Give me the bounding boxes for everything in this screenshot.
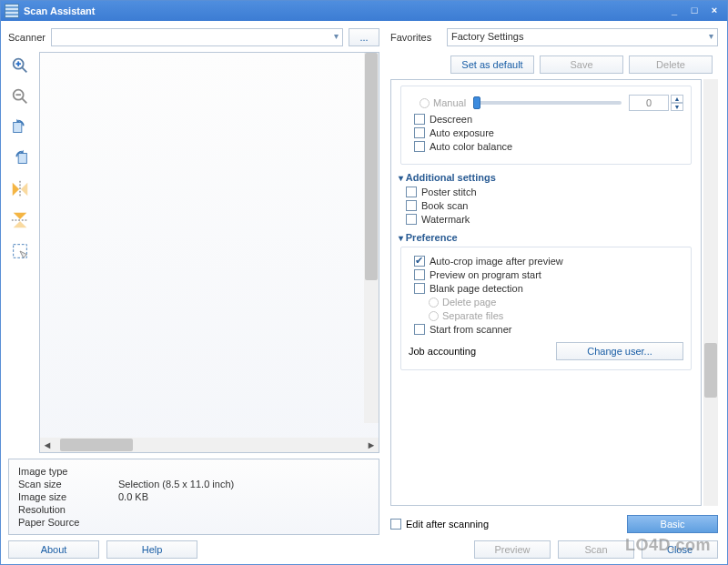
descreen-checkbox[interactable] (414, 114, 425, 125)
scan-info-panel: Image type Scan sizeSelection (8.5 x 11.… (8, 459, 379, 535)
scanner-combobox[interactable] (51, 28, 343, 46)
book-scan-checkbox[interactable] (406, 200, 417, 211)
save-button[interactable]: Save (540, 55, 623, 74)
app-window: Scan Assistant _ □ × Scanner ... (0, 0, 728, 565)
svg-marker-11 (13, 183, 19, 197)
auto-exposure-checkbox[interactable] (414, 127, 425, 138)
scanner-browse-button[interactable]: ... (349, 28, 379, 46)
svg-marker-15 (14, 221, 27, 227)
close-button[interactable]: Close (642, 540, 718, 559)
auto-crop-checkbox[interactable] (414, 256, 425, 267)
zoom-in-icon[interactable] (8, 54, 32, 77)
preview-toolbar (8, 52, 34, 453)
basic-button[interactable]: Basic (627, 515, 718, 533)
svg-line-5 (22, 98, 27, 104)
zoom-out-icon[interactable] (8, 85, 32, 108)
blank-page-checkbox[interactable] (414, 283, 425, 294)
svg-marker-18 (20, 251, 26, 257)
close-window-button[interactable]: × (705, 4, 723, 18)
preview-horizontal-scrollbar[interactable]: ◄► (40, 438, 379, 452)
scanner-label: Scanner (8, 32, 46, 43)
change-user-button[interactable]: Change user... (556, 342, 683, 360)
additional-settings-header[interactable]: Additional settings (399, 172, 692, 183)
preview-on-start-checkbox[interactable] (414, 269, 425, 280)
left-pane: Scanner ... (1, 21, 385, 564)
mirror-vertical-icon[interactable] (8, 208, 32, 232)
title-bar: Scan Assistant _ □ × (1, 1, 727, 21)
manual-spin-up[interactable]: ▲ (671, 95, 683, 103)
preview-area: ◄► (39, 52, 379, 453)
svg-line-1 (22, 67, 27, 73)
preview-vertical-scrollbar[interactable] (364, 53, 379, 423)
edit-after-scanning-label: Edit after scanning (406, 519, 489, 530)
manual-spin-down[interactable]: ▼ (671, 103, 683, 111)
svg-marker-14 (14, 213, 27, 219)
manual-slider[interactable] (473, 101, 622, 105)
right-pane: Favorites Factory Settings Set as defaul… (385, 21, 727, 564)
preference-header[interactable]: Preference (399, 232, 692, 243)
set-default-button[interactable]: Set as default (450, 55, 534, 74)
manual-value-input[interactable]: 0 (629, 95, 669, 111)
window-title: Scan Assistant (24, 5, 663, 16)
minimize-button[interactable]: _ (665, 4, 683, 18)
job-accounting-label: Job accounting (409, 346, 476, 357)
preview-canvas[interactable] (40, 53, 379, 438)
settings-scrollbar[interactable] (703, 79, 718, 506)
rotate-right-icon[interactable] (8, 146, 32, 170)
svg-rect-9 (18, 154, 26, 164)
svg-marker-12 (21, 183, 27, 197)
poster-stitch-checkbox[interactable] (406, 187, 417, 197)
rotate-left-icon[interactable] (8, 116, 32, 139)
watermark-checkbox[interactable] (406, 214, 417, 225)
manual-label: Manual (433, 97, 466, 108)
favorites-combobox[interactable]: Factory Settings (447, 28, 718, 46)
clear-selection-icon[interactable] (8, 239, 32, 263)
about-button[interactable]: About (8, 540, 99, 559)
edit-after-scanning-checkbox[interactable] (390, 519, 401, 530)
delete-button[interactable]: Delete (629, 55, 713, 74)
help-button[interactable]: Help (106, 540, 197, 559)
preview-button[interactable]: Preview (474, 540, 551, 559)
mirror-horizontal-icon[interactable] (8, 177, 32, 201)
delete-page-radio[interactable] (429, 298, 439, 308)
start-from-scanner-checkbox[interactable] (414, 324, 425, 335)
svg-rect-7 (14, 123, 22, 133)
maximize-button[interactable]: □ (685, 4, 703, 18)
separate-files-radio[interactable] (429, 311, 439, 321)
scan-button[interactable]: Scan (558, 540, 634, 559)
settings-panel: Manual 0 ▲▼ Descreen Auto exposure Auto … (390, 79, 702, 506)
manual-radio[interactable] (420, 98, 430, 108)
favorites-label: Favorites (390, 32, 441, 43)
auto-color-balance-checkbox[interactable] (414, 141, 425, 152)
app-icon (5, 4, 19, 18)
